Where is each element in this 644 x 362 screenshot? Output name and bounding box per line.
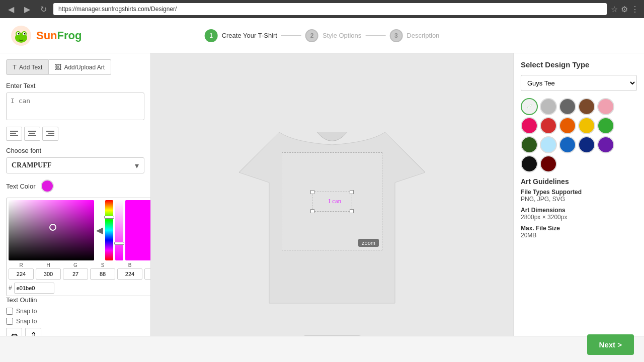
color-swatch-11[interactable]	[540, 136, 557, 153]
dropdown-arrow-icon: ▾	[135, 161, 139, 170]
color-swatch-2[interactable]	[559, 98, 576, 115]
b-input[interactable]	[117, 268, 142, 280]
step-1: 1 Create Your T-Shirt	[205, 29, 277, 42]
handle-bl	[310, 209, 314, 213]
color-swatch-4[interactable]	[597, 98, 614, 115]
align-left-button[interactable]	[6, 127, 22, 141]
tab-buttons: T Add Text 🖼 Add/Upload Art	[6, 59, 144, 75]
color-swatch-7[interactable]	[559, 117, 576, 134]
tab-add-art[interactable]: 🖼 Add/Upload Art	[49, 59, 111, 75]
max-file-size-row: Max. File Size 20MB	[521, 225, 637, 239]
enter-text-input[interactable]	[6, 93, 144, 120]
b2-field: B	[144, 262, 151, 280]
logo-area: SunFrog	[10, 25, 82, 47]
svg-rect-13	[28, 135, 36, 136]
color-swatch-6[interactable]	[540, 117, 557, 134]
snap-label-1: Snap to	[16, 308, 37, 315]
step-2-circle: 2	[305, 29, 318, 42]
s-input[interactable]	[90, 268, 115, 280]
menu-icon: ⋮	[631, 5, 639, 14]
step-1-num: 1	[209, 32, 213, 39]
snap-checkbox-2[interactable]	[6, 318, 13, 325]
color-preview	[125, 200, 151, 260]
r-input[interactable]	[9, 268, 34, 280]
design-type-select[interactable]: Guys Tee	[521, 75, 637, 91]
main-layout: T Add Text 🖼 Add/Upload Art Enter Text	[0, 53, 644, 362]
color-swatch-15[interactable]	[521, 155, 538, 172]
color-swatch-8[interactable]	[578, 117, 595, 134]
color-swatch-5[interactable]	[521, 117, 538, 134]
r-label: R	[19, 262, 23, 268]
snap-label-2: Snap to	[16, 318, 37, 325]
max-file-size-label: Max. File Size	[521, 225, 637, 232]
max-file-size-value: 20MB	[521, 232, 637, 239]
text-outline-row: Text Outlin	[6, 296, 144, 304]
art-guidelines-title: Art Guidelines	[521, 177, 637, 186]
b-label: B	[128, 262, 132, 268]
color-swatch-10[interactable]	[521, 136, 538, 153]
color-swatch-0[interactable]: ✓	[521, 98, 538, 115]
svg-rect-10	[10, 135, 18, 136]
file-types-label: File Types Supported	[521, 189, 637, 196]
step-3-label: Description	[407, 32, 439, 39]
align-left-icon	[10, 131, 18, 137]
opacity-slider[interactable]	[115, 200, 123, 260]
left-panel: T Add Text 🖼 Add/Upload Art Enter Text	[0, 53, 151, 362]
r-field: R	[9, 262, 34, 280]
text-color-row: Text Color	[6, 179, 144, 193]
svg-rect-11	[28, 131, 36, 132]
step-2: 2 Style Options	[305, 29, 361, 42]
tab-add-text[interactable]: T Add Text	[6, 59, 49, 75]
select-design-title: Select Design Type	[521, 60, 637, 69]
browser-icons: ☆ ⚙ ⋮	[611, 5, 639, 14]
font-dropdown[interactable]: CRAMPUFF ▾	[6, 157, 144, 173]
color-swatch-12[interactable]	[559, 136, 576, 153]
opacity-thumb	[114, 242, 124, 245]
rgba-fields: R H G S B	[9, 262, 151, 280]
g-input[interactable]	[63, 268, 88, 280]
svg-rect-14	[46, 131, 54, 132]
hue-slider[interactable]	[105, 200, 113, 260]
align-buttons	[6, 127, 144, 141]
align-right-button[interactable]	[42, 127, 58, 141]
color-gradient[interactable]	[9, 200, 94, 260]
browser-back-button[interactable]: ◀	[5, 3, 17, 15]
snap-row-1: Snap to	[6, 308, 144, 315]
next-button[interactable]: Next >	[587, 334, 634, 355]
tab-add-text-label: Add Text	[19, 64, 42, 71]
b2-input[interactable]	[144, 268, 151, 280]
art-tab-icon: 🖼	[55, 63, 61, 71]
color-swatch-13[interactable]	[578, 136, 595, 153]
color-swatch-16[interactable]	[540, 155, 557, 172]
zoom-badge: zoom	[358, 239, 379, 247]
collapse-arrow[interactable]: ◀	[96, 200, 103, 260]
color-swatch-1[interactable]	[540, 98, 557, 115]
b-field: B	[117, 262, 142, 280]
h-input[interactable]	[36, 268, 61, 280]
hex-input[interactable]	[14, 283, 54, 294]
text-color-swatch[interactable]	[41, 179, 54, 193]
design-area[interactable]: I can zoom	[282, 152, 382, 250]
browser-forward-button[interactable]: ▶	[21, 3, 33, 15]
art-dimensions-row: Art Dimensions 2800px × 3200px	[521, 207, 637, 221]
browser-refresh-button[interactable]: ↻	[37, 3, 49, 15]
handle-br	[350, 209, 354, 213]
step-2-label: Style Options	[323, 32, 361, 39]
extensions-icon: ⚙	[621, 5, 628, 14]
logo-icon	[10, 25, 32, 47]
color-swatch-14[interactable]	[597, 136, 614, 153]
gradient-cursor[interactable]	[49, 224, 56, 231]
color-swatches: ✓	[521, 98, 637, 172]
align-center-button[interactable]	[24, 127, 40, 141]
zoom-label: zoom	[362, 240, 375, 246]
color-swatch-9[interactable]	[597, 117, 614, 134]
color-swatch-3[interactable]	[578, 98, 595, 115]
align-center-icon	[28, 131, 36, 137]
s-field: S	[90, 262, 115, 280]
browser-url-bar[interactable]: https://manager.sunfrogshirts.com/Design…	[53, 3, 607, 15]
enter-text-label: Enter Text	[6, 82, 144, 89]
snap-checkbox-1[interactable]	[6, 308, 13, 315]
file-types-row: File Types Supported PNG, JPG, SVG	[521, 189, 637, 203]
bottom-bar: Next >	[0, 336, 644, 362]
logo-text: SunFrog	[36, 29, 82, 42]
